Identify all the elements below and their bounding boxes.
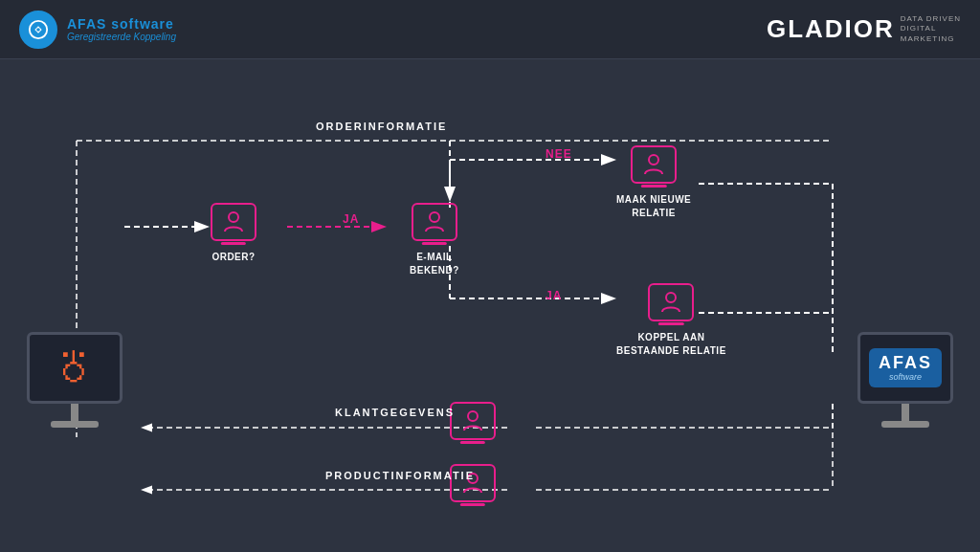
klantgegevens-label: KLANTGEGEVENS [335,407,455,418]
afas-brand: AFAS [67,16,106,32]
afas-monitor-box: AFAS software [869,348,942,388]
nee-label: NEE [546,147,572,161]
klant-icon [450,402,496,440]
svg-point-1 [36,28,40,32]
existing-relation-icon [648,283,694,321]
email-node: E-MAILBEKEND? [410,203,459,277]
gladior-name: GLADIOR [767,14,895,44]
new-relation-icon [631,145,677,184]
svg-point-25 [468,411,478,421]
afas-text-block: AFAS software Geregistreerde Koppeling [67,16,176,42]
new-relation-label: MAAK NIEUWERELATIE [616,193,691,220]
ja-label-1: JA [343,212,359,226]
ja-label-2: JA [546,289,562,302]
order-node: ORDER? [211,203,256,264]
afas-brand-colored: software [106,16,173,32]
monitor-stand-right [902,404,909,421]
svg-point-21 [229,212,238,222]
afas-sub: Geregistreerde Koppeling [67,32,176,42]
email-label: E-MAILBEKEND? [410,251,459,277]
existing-relation-node: KOPPEL AANBESTAANDE RELATIE [616,283,726,358]
monitor-stand [71,404,78,421]
header: AFAS software Geregistreerde Koppeling G… [0,0,980,59]
order-icon [211,203,256,241]
main-container: AFAS software Geregistreerde Koppeling G… [0,0,980,552]
orderinformatie-label: ORDERINFORMATIE [316,121,447,132]
monitor-base [51,421,99,428]
existing-relation-label: KOPPEL AANBESTAANDE RELATIE [616,331,726,358]
svg-point-23 [649,155,658,165]
magento-monitor: ⛣ [27,332,122,428]
afas-screen: AFAS software [858,332,953,404]
afas-monitor: AFAS software [858,332,953,428]
afas-circle-icon [19,11,57,49]
klant-node [450,402,496,440]
gladior-tagline: DATA DRIVEN DIGITAL MARKETING [901,14,961,44]
monitor-base-right [881,421,929,428]
magento-icon: ⛣ [56,347,93,388]
svg-point-24 [666,293,676,302]
gladior-logo: GLADIOR DATA DRIVEN DIGITAL MARKETING [767,14,961,44]
magento-screen: ⛣ [27,332,122,404]
email-icon [412,203,457,241]
diagram: ⛣ AFAS software ORDER [0,59,980,552]
afas-title: AFAS software [67,16,176,32]
new-relation-node: MAAK NIEUWERELATIE [616,145,691,220]
svg-point-22 [430,212,439,222]
afas-monitor-brand: AFAS [879,354,932,373]
afas-logo: AFAS software Geregistreerde Koppeling [19,11,176,49]
afas-monitor-sub: software [889,372,922,382]
order-label: ORDER? [212,251,255,264]
productinformatie-label: PRODUCTINFORMATIE [325,470,475,481]
